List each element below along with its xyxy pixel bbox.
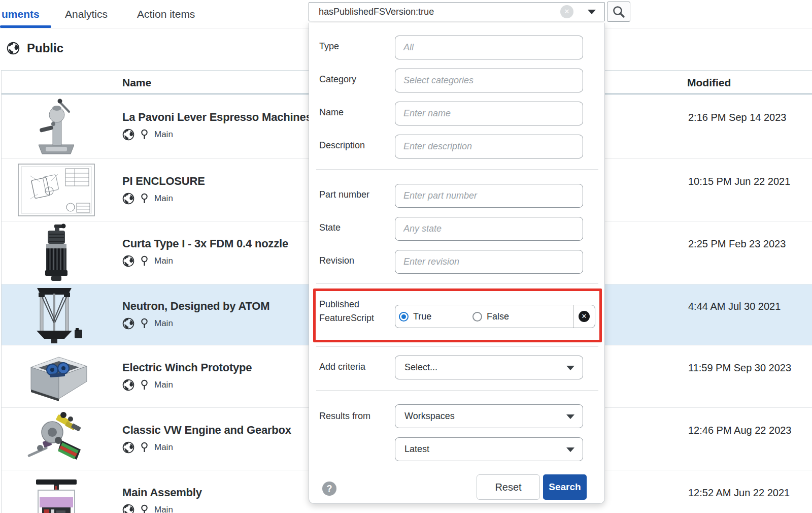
globe-icon <box>122 317 134 330</box>
modified-date: 2:25 PM Feb 23 2023 <box>688 238 786 250</box>
results-from-value: Workspaces <box>404 411 455 421</box>
modified-date: 2:16 PM Sep 14 2023 <box>688 112 786 123</box>
results-from-label: Results from <box>319 411 370 422</box>
document-meta: Main <box>122 255 173 267</box>
document-name: Main Assembly <box>122 486 202 499</box>
modified-date: 12:46 PM Aug 22 2023 <box>688 424 792 436</box>
workspace-label: Main <box>154 380 173 390</box>
globe-icon <box>122 504 134 513</box>
modified-date: 10:15 PM Jun 22 2021 <box>688 175 790 187</box>
document-meta: Main <box>122 504 173 513</box>
add-criteria-select[interactable]: Select... <box>395 356 583 379</box>
radio-false[interactable] <box>472 312 482 322</box>
espresso-machine-thumbnail <box>33 98 79 156</box>
workspace-pin-icon <box>140 129 149 140</box>
divider <box>316 346 598 347</box>
published-featurescript-control: True False ✕ <box>395 305 595 328</box>
workspace-label: Main <box>154 505 173 513</box>
workspace-pin-icon <box>140 255 149 267</box>
revision-label: Revision <box>319 255 354 266</box>
tab-analytics-label: Analytics <box>65 8 108 20</box>
workspace-label: Main <box>154 318 173 329</box>
state-input[interactable] <box>395 217 583 241</box>
document-meta: Main <box>122 379 173 391</box>
document-name: Electric Winch Prototype <box>122 361 252 374</box>
search-submit-button[interactable] <box>607 2 630 22</box>
remove-criteria-icon[interactable]: ✕ <box>579 311 590 322</box>
part-number-input[interactable] <box>395 184 583 208</box>
workspace-pin-icon <box>140 193 149 204</box>
tab-documents-label: uments <box>2 8 40 20</box>
document-name: La Pavoni Lever Espresso Machines <box>122 111 312 123</box>
document-thumbnail <box>2 408 111 470</box>
globe-icon <box>122 441 134 454</box>
description-input[interactable] <box>395 135 583 158</box>
page-title: Public <box>27 41 63 55</box>
globe-icon <box>122 255 134 267</box>
workspace-pin-icon <box>140 318 149 329</box>
document-thumbnail <box>2 159 111 221</box>
state-label: State <box>319 222 341 233</box>
magnifier-icon <box>612 5 625 18</box>
radio-true-label[interactable]: True <box>413 305 431 328</box>
tab-action-items[interactable]: Action items <box>137 0 195 28</box>
document-thumbnail <box>2 94 111 158</box>
column-header-modified[interactable]: Modified <box>687 77 731 89</box>
document-thumbnail <box>2 345 111 407</box>
type-label: Type <box>319 41 339 52</box>
clear-search-icon[interactable]: ✕ <box>560 5 573 18</box>
published-featurescript-label: Published FeatureScript <box>319 298 374 325</box>
modified-date: 12:52 AM Jun 22 2021 <box>688 487 790 498</box>
document-meta: Main <box>122 317 173 330</box>
modified-date: 4:44 AM Jul 30 2021 <box>688 300 781 312</box>
curta-calculator-thumbnail <box>41 223 72 282</box>
workspace-label: Main <box>154 194 173 204</box>
tank-assembly-thumbnail <box>32 478 80 513</box>
workspace-pin-icon <box>140 379 149 391</box>
divider <box>573 305 574 328</box>
category-input[interactable] <box>395 69 583 92</box>
document-thumbnail <box>2 284 111 345</box>
document-meta: Main <box>122 129 173 141</box>
category-label: Category <box>319 74 356 85</box>
document-meta: Main <box>122 193 173 205</box>
globe-icon <box>122 193 134 205</box>
tab-documents[interactable]: uments <box>2 0 40 28</box>
filter-heading: Public <box>7 41 63 56</box>
document-thumbnail <box>2 470 111 513</box>
workspace-label: Main <box>154 256 173 266</box>
column-header-name[interactable]: Name <box>122 77 151 89</box>
panel-search-button[interactable]: Search <box>543 474 587 500</box>
globe-icon <box>122 129 134 141</box>
document-name: Classic VW Engine and Gearbox <box>122 424 291 436</box>
revision-input[interactable] <box>395 250 583 274</box>
divider <box>316 390 598 391</box>
modified-date: 11:59 PM Sep 30 2023 <box>688 362 791 373</box>
electric-winch-thumbnail <box>23 351 89 402</box>
version-value: Latest <box>404 444 429 454</box>
workspace-pin-icon <box>140 504 149 513</box>
document-name: Neutron, Designed by ATOM <box>122 300 269 312</box>
vw-engine-thumbnail <box>21 411 92 467</box>
globe-icon <box>122 379 134 391</box>
results-from-select[interactable]: Workspaces <box>395 404 583 428</box>
radio-false-label[interactable]: False <box>487 305 509 328</box>
name-label: Name <box>319 107 344 118</box>
add-criteria-label: Add criteria <box>319 362 365 372</box>
name-input[interactable] <box>395 102 583 125</box>
radio-true[interactable] <box>399 312 409 322</box>
tab-analytics[interactable]: Analytics <box>65 0 108 28</box>
description-label: Description <box>319 140 365 151</box>
documents-page: uments Analytics Action items hasPublish… <box>0 0 812 513</box>
chevron-down-icon[interactable] <box>588 10 596 14</box>
version-select[interactable]: Latest <box>395 437 583 461</box>
divider <box>316 169 598 170</box>
add-criteria-value: Select... <box>404 362 437 372</box>
question-mark-icon[interactable]: ? <box>322 482 336 496</box>
reset-button[interactable]: Reset <box>477 474 540 500</box>
part-number-label: Part number <box>319 189 369 200</box>
document-name: Curta Type I - 3x FDM 0.4 nozzle <box>122 237 288 250</box>
delta-robot-thumbnail <box>30 286 83 344</box>
type-input[interactable] <box>395 36 583 59</box>
divider <box>316 283 598 284</box>
